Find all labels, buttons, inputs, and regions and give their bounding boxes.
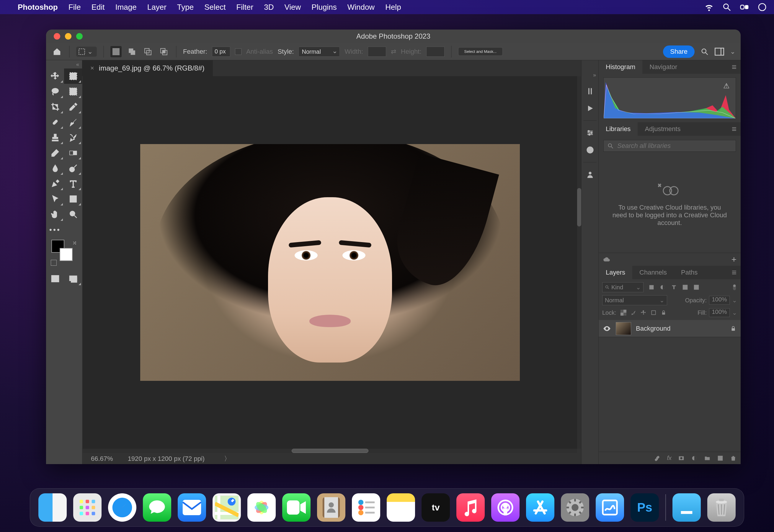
dodge-tool[interactable] bbox=[64, 161, 82, 176]
canvas[interactable] bbox=[83, 76, 577, 449]
marquee-tool[interactable] bbox=[64, 68, 82, 84]
info-panel-icon[interactable] bbox=[585, 145, 595, 155]
add-selection-icon[interactable] bbox=[126, 46, 138, 57]
window-titlebar[interactable]: Adobe Photoshop 2023 bbox=[46, 30, 741, 43]
maximize-window-button[interactable] bbox=[76, 33, 83, 40]
swap-colors-icon[interactable]: ⤮ bbox=[72, 240, 77, 246]
layers-panel-menu-icon[interactable]: ≡ bbox=[728, 268, 741, 277]
dock-notes[interactable] bbox=[387, 493, 415, 522]
visibility-icon[interactable] bbox=[603, 324, 611, 333]
menu-file[interactable]: File bbox=[68, 3, 81, 12]
histogram-panel-menu-icon[interactable]: ≡ bbox=[728, 62, 741, 72]
libraries-search[interactable] bbox=[603, 140, 736, 152]
adjustment-layer-icon[interactable] bbox=[691, 455, 698, 461]
layer-row[interactable]: Background bbox=[599, 320, 741, 337]
dock-finder[interactable] bbox=[38, 493, 67, 522]
mini-expand-icon[interactable]: » bbox=[593, 72, 598, 79]
dock-settings[interactable] bbox=[561, 493, 589, 522]
dock-trash[interactable] bbox=[707, 493, 736, 522]
minimize-window-button[interactable] bbox=[65, 33, 71, 40]
screen-mode-tool[interactable] bbox=[64, 271, 82, 286]
dock-messages[interactable] bbox=[143, 493, 171, 522]
siri-icon[interactable] bbox=[757, 2, 767, 12]
tab-libraries[interactable]: Libraries bbox=[599, 122, 638, 136]
feather-input[interactable] bbox=[212, 47, 230, 57]
path-select-tool[interactable] bbox=[46, 191, 64, 207]
filter-type-icon[interactable] bbox=[671, 284, 677, 291]
filter-pixel-icon[interactable] bbox=[648, 284, 655, 291]
menu-layer[interactable]: Layer bbox=[147, 3, 166, 12]
h-scrollbar-thumb[interactable] bbox=[292, 449, 368, 453]
lock-transparency-icon[interactable] bbox=[620, 310, 626, 316]
h-scrollbar[interactable] bbox=[83, 449, 577, 453]
tab-paths[interactable]: Paths bbox=[674, 266, 705, 279]
close-tab-icon[interactable]: × bbox=[90, 64, 94, 72]
zoom-level[interactable]: 66.67% bbox=[91, 455, 113, 463]
opacity-value[interactable]: 100% bbox=[709, 296, 730, 305]
lasso-tool[interactable] bbox=[46, 84, 64, 99]
workspace-switcher-icon[interactable] bbox=[715, 48, 724, 56]
pen-tool[interactable] bbox=[46, 176, 64, 191]
menu-3d[interactable]: 3D bbox=[264, 3, 274, 12]
tab-layers[interactable]: Layers bbox=[599, 266, 632, 279]
v-scrollbar-track[interactable] bbox=[577, 76, 581, 449]
tab-navigator[interactable]: Navigator bbox=[642, 60, 684, 74]
spotlight-icon[interactable] bbox=[722, 2, 731, 12]
share-button[interactable]: Share bbox=[663, 45, 695, 58]
layer-mask-icon[interactable] bbox=[678, 455, 685, 461]
crop-tool[interactable] bbox=[46, 99, 64, 115]
status-more-icon[interactable]: 〉 bbox=[224, 454, 231, 463]
menu-plugins[interactable]: Plugins bbox=[311, 3, 337, 12]
background-color[interactable] bbox=[60, 248, 73, 261]
layer-fx-icon[interactable]: fx bbox=[667, 455, 672, 461]
layer-filter-kind[interactable]: Kind ⌄ bbox=[602, 282, 644, 292]
filter-shape-icon[interactable] bbox=[682, 284, 688, 291]
cloud-sync-icon[interactable] bbox=[603, 256, 610, 263]
dock-facetime[interactable] bbox=[282, 493, 311, 522]
document-tab[interactable]: × image_69.jpg @ 66.7% (RGB/8#) bbox=[82, 60, 213, 76]
blur-tool[interactable] bbox=[46, 161, 64, 176]
menu-image[interactable]: Image bbox=[115, 3, 136, 12]
wifi-icon[interactable] bbox=[704, 2, 714, 12]
eyedropper-tool[interactable] bbox=[64, 99, 82, 115]
search-icon[interactable] bbox=[700, 48, 709, 56]
object-select-tool[interactable] bbox=[64, 84, 82, 99]
filter-smart-icon[interactable] bbox=[693, 284, 700, 291]
menu-help[interactable]: Help bbox=[385, 3, 401, 12]
zoom-tool[interactable] bbox=[64, 207, 82, 222]
app-name[interactable]: Photoshop bbox=[18, 3, 58, 12]
healing-tool[interactable] bbox=[46, 115, 64, 130]
actions-panel-icon[interactable] bbox=[585, 103, 595, 113]
move-tool[interactable] bbox=[46, 68, 64, 84]
new-layer-icon[interactable] bbox=[717, 455, 724, 461]
delete-layer-icon[interactable] bbox=[730, 455, 737, 461]
type-tool[interactable] bbox=[64, 176, 82, 191]
tab-channels[interactable]: Channels bbox=[632, 266, 674, 279]
libraries-panel-menu-icon[interactable]: ≡ bbox=[728, 124, 741, 134]
color-panel-icon[interactable] bbox=[585, 86, 595, 96]
history-brush-tool[interactable] bbox=[64, 130, 82, 145]
control-center-icon[interactable] bbox=[740, 2, 749, 12]
filter-toggle-icon[interactable] bbox=[732, 284, 737, 291]
dock-mail[interactable] bbox=[178, 493, 206, 522]
hand-tool[interactable] bbox=[46, 207, 64, 222]
toolbar-collapse-icon[interactable]: « bbox=[46, 61, 82, 68]
select-and-mask-button[interactable]: Select and Mask... bbox=[458, 47, 503, 56]
menu-edit[interactable]: Edit bbox=[92, 3, 105, 12]
lock-pixels-icon[interactable] bbox=[631, 310, 636, 316]
stamp-tool[interactable] bbox=[46, 130, 64, 145]
lock-all-icon[interactable] bbox=[661, 310, 667, 316]
dock-photoshop[interactable]: Ps bbox=[631, 493, 659, 522]
comments-panel-icon[interactable] bbox=[585, 169, 595, 179]
group-layers-icon[interactable] bbox=[704, 455, 711, 461]
dock-photos[interactable] bbox=[247, 493, 276, 522]
style-select[interactable]: Normal bbox=[298, 47, 340, 57]
color-swatches[interactable]: ⤮ bbox=[50, 240, 79, 267]
new-selection-icon[interactable] bbox=[110, 46, 122, 57]
link-layers-icon[interactable] bbox=[654, 455, 660, 461]
dock-music[interactable] bbox=[456, 493, 485, 522]
menu-filter[interactable]: Filter bbox=[236, 3, 253, 12]
eraser-tool[interactable] bbox=[46, 145, 64, 161]
tool-preset-dropdown[interactable]: ⌄ bbox=[76, 47, 97, 57]
lock-artboard-icon[interactable] bbox=[651, 310, 657, 316]
